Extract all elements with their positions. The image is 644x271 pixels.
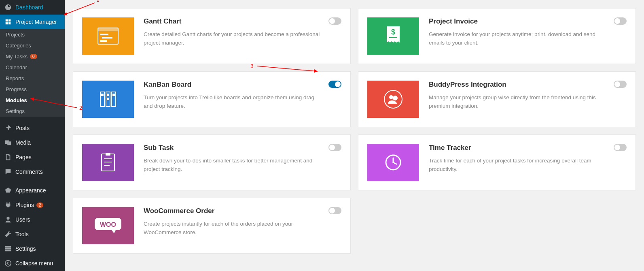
subtask-icon bbox=[82, 144, 134, 181]
admin-sidebar: Dashboard Project Manager Projects Categ… bbox=[0, 0, 65, 271]
tools-label: Tools bbox=[15, 231, 29, 237]
plugins-badge: 2 bbox=[36, 203, 44, 208]
svg-rect-8 bbox=[100, 40, 107, 42]
project-manager-label: Project Manager bbox=[15, 19, 57, 25]
gantt-desc: Create detailed Gantt charts for your pr… bbox=[144, 30, 321, 47]
svg-point-0 bbox=[5, 260, 11, 266]
sidebar-item-dashboard[interactable]: Dashboard bbox=[0, 0, 65, 15]
timetracker-title: Time Tracker bbox=[429, 144, 606, 152]
sidebar-item-projects[interactable]: Projects bbox=[0, 29, 65, 40]
buddypress-title: BuddyPress Integration bbox=[429, 81, 606, 89]
sidebar-item-progress[interactable]: Progress bbox=[0, 84, 65, 95]
users-label: Users bbox=[15, 216, 30, 223]
sidebar-item-comments[interactable]: Comments bbox=[0, 164, 65, 179]
project-manager-icon bbox=[4, 18, 12, 26]
categories-label: Categories bbox=[6, 43, 31, 49]
settings-sub-label: Settings bbox=[6, 108, 25, 114]
tools-icon bbox=[4, 230, 12, 238]
sidebar-item-pages[interactable]: Pages bbox=[0, 150, 65, 164]
module-card-subtask: Sub Task Break down your to-dos into sma… bbox=[73, 134, 351, 190]
sidebar-item-appearance[interactable]: Appearance bbox=[0, 183, 65, 198]
projects-label: Projects bbox=[6, 32, 25, 38]
gantt-toggle[interactable] bbox=[328, 17, 341, 25]
dashboard-icon bbox=[4, 3, 12, 11]
svg-rect-16 bbox=[107, 98, 109, 100]
timetracker-icon bbox=[367, 144, 419, 181]
sidebar-item-project-manager[interactable]: Project Manager bbox=[0, 15, 65, 29]
sidebar-item-categories[interactable]: Categories bbox=[0, 40, 65, 51]
media-icon bbox=[4, 139, 12, 147]
settings-icon bbox=[4, 245, 12, 253]
timetracker-desc: Track time for each of your project task… bbox=[429, 157, 606, 174]
module-card-gantt: Gantt Chart Create detailed Gantt charts… bbox=[73, 8, 351, 64]
svg-rect-17 bbox=[112, 94, 115, 96]
sidebar-item-wp-settings[interactable]: Settings bbox=[0, 241, 65, 256]
buddypress-icon bbox=[367, 81, 419, 118]
sidebar-item-collapse[interactable]: Collapse menu bbox=[0, 256, 65, 271]
svg-line-28 bbox=[393, 162, 396, 164]
pages-label: Pages bbox=[15, 154, 32, 160]
gantt-title: Gantt Chart bbox=[144, 17, 321, 26]
posts-label: Posts bbox=[15, 125, 30, 131]
calendar-label: Calendar bbox=[6, 64, 27, 70]
sidebar-item-tools[interactable]: Tools bbox=[0, 227, 65, 241]
invoice-icon: $ bbox=[367, 17, 419, 55]
subtask-title: Sub Task bbox=[144, 144, 321, 152]
modules-label: Modules bbox=[6, 97, 27, 103]
module-card-invoice: $ Project Invoice Generate invoice for y… bbox=[358, 8, 636, 64]
kanban-icon bbox=[82, 81, 134, 118]
pin-icon bbox=[4, 124, 12, 132]
sidebar-item-modules[interactable]: Modules bbox=[0, 95, 65, 106]
sidebar-item-plugins[interactable]: Plugins 2 bbox=[0, 198, 65, 212]
sidebar-item-settings[interactable]: Settings bbox=[0, 106, 65, 117]
sidebar-submenu: Projects Categories My Tasks 0 Calendar … bbox=[0, 29, 65, 117]
subtask-desc: Break down your to-dos into smaller task… bbox=[144, 157, 321, 174]
woo-title: WooCommerce Order bbox=[144, 207, 321, 215]
kanban-title: KanBan Board bbox=[144, 81, 321, 89]
svg-rect-6 bbox=[100, 34, 108, 35]
collapse-icon bbox=[4, 259, 12, 267]
annotation-2: 2 bbox=[79, 105, 83, 111]
module-card-woo: WOO WooCommerce Order Create projects in… bbox=[73, 198, 351, 254]
invoice-desc: Generate invoice for your projects anyti… bbox=[429, 30, 606, 47]
plugins-label: Plugins bbox=[15, 202, 34, 208]
svg-rect-7 bbox=[102, 37, 112, 38]
buddypress-toggle[interactable] bbox=[614, 81, 627, 88]
woo-toggle[interactable] bbox=[328, 207, 341, 214]
users-icon bbox=[4, 216, 12, 224]
content-area: 1 2 3 Gantt Chart Create detailed Gantt … bbox=[65, 0, 644, 271]
appearance-icon bbox=[4, 186, 12, 194]
svg-point-19 bbox=[389, 95, 393, 99]
invoice-toggle[interactable] bbox=[614, 17, 627, 25]
woo-desc: Create projects instantly for each of th… bbox=[144, 220, 321, 237]
sidebar-item-calendar[interactable]: Calendar bbox=[0, 62, 65, 73]
buddypress-desc: Manage your projects group wise directly… bbox=[429, 94, 606, 111]
subtask-toggle[interactable] bbox=[328, 144, 341, 151]
my-tasks-badge: 0 bbox=[30, 54, 37, 59]
gantt-icon bbox=[82, 17, 134, 55]
appearance-label: Appearance bbox=[15, 187, 46, 194]
media-label: Media bbox=[15, 139, 31, 146]
sidebar-item-my-tasks[interactable]: My Tasks 0 bbox=[0, 51, 65, 62]
sidebar-item-posts[interactable]: Posts bbox=[0, 121, 65, 135]
invoice-title: Project Invoice bbox=[429, 17, 606, 26]
svg-text:WOO: WOO bbox=[100, 221, 116, 228]
my-tasks-label: My Tasks bbox=[6, 53, 28, 60]
comments-icon bbox=[4, 168, 12, 176]
kanban-desc: Turn your projects into Trello like boar… bbox=[144, 94, 321, 111]
collapse-label: Collapse menu bbox=[15, 260, 53, 267]
svg-point-20 bbox=[393, 96, 398, 100]
progress-label: Progress bbox=[6, 86, 27, 92]
kanban-toggle[interactable] bbox=[328, 81, 341, 88]
svg-rect-15 bbox=[107, 94, 109, 96]
module-card-buddypress: BuddyPress Integration Manage your proje… bbox=[358, 71, 636, 127]
sidebar-item-media[interactable]: Media bbox=[0, 135, 65, 150]
comments-label: Comments bbox=[15, 169, 43, 175]
svg-text:$: $ bbox=[391, 28, 395, 36]
reports-label: Reports bbox=[6, 75, 24, 81]
module-card-kanban: KanBan Board Turn your projects into Tre… bbox=[73, 71, 351, 127]
module-card-timetracker: Time Tracker Track time for each of your… bbox=[358, 134, 636, 190]
timetracker-toggle[interactable] bbox=[614, 144, 627, 151]
sidebar-item-reports[interactable]: Reports bbox=[0, 73, 65, 84]
sidebar-item-users[interactable]: Users bbox=[0, 212, 65, 227]
